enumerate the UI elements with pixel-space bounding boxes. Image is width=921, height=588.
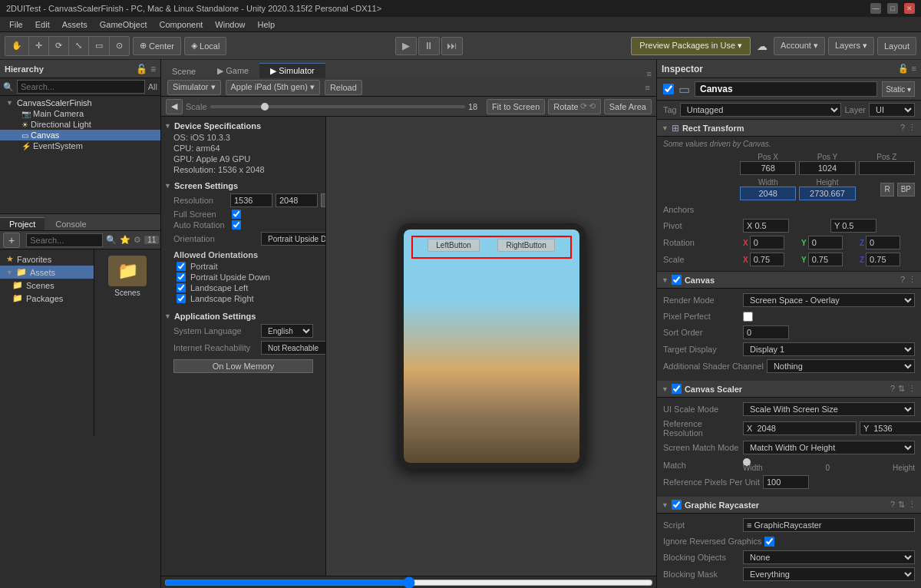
scale-x-input[interactable] <box>750 253 784 266</box>
tab-game[interactable]: ▶ Game <box>206 64 259 78</box>
hierarchy-item-dirlight[interactable]: ☀ Directional Light <box>0 119 160 130</box>
graphic-raycaster-header[interactable]: ▼ Graphic Raycaster ? ⇅ ⋮ <box>657 497 921 514</box>
tree-favorites[interactable]: ★ Favorites <box>0 253 94 266</box>
graphic-raycaster-info-icon[interactable]: ? <box>890 500 895 510</box>
close-button[interactable]: ✕ <box>904 3 915 14</box>
fullscreen-checkbox[interactable] <box>232 210 241 219</box>
screen-match-select[interactable]: Match Width Or Height <box>743 441 915 454</box>
preview-packages-button[interactable]: Preview Packages in Use ▾ <box>631 37 751 55</box>
right-button[interactable]: RightButton <box>497 239 554 252</box>
scale-z-input[interactable] <box>866 253 900 266</box>
menu-file[interactable]: File <box>3 18 29 31</box>
graphic-raycaster-enabled-check[interactable] <box>672 500 682 510</box>
scene-menu-icon[interactable]: ≡ <box>642 69 656 78</box>
rect-r-btn[interactable]: R <box>880 183 893 197</box>
canvas-scaler-reorder-icon[interactable]: ⇅ <box>898 384 905 394</box>
tool-rotate[interactable]: ⟳ <box>49 37 69 55</box>
tab-scene[interactable]: Scene <box>161 64 206 78</box>
hierarchy-lock-icon[interactable]: 🔓 <box>136 64 147 74</box>
tool-hand[interactable]: ✋ <box>5 37 29 55</box>
width-input[interactable] <box>740 187 796 200</box>
screen-settings-header[interactable]: ▼ Screen Settings <box>164 180 322 192</box>
tool-rect[interactable]: ▭ <box>89 37 110 55</box>
blocking-objects-select[interactable]: None <box>743 550 915 564</box>
scene-more-icon[interactable]: ≡ <box>645 83 650 92</box>
minimize-button[interactable]: — <box>870 3 881 14</box>
ignore-reversed-checkbox[interactable] <box>764 537 774 547</box>
scenes-folder[interactable]: 📁 Scenes <box>101 256 154 297</box>
rect-info-icon[interactable]: ? <box>900 123 905 133</box>
hierarchy-search-input[interactable] <box>17 80 145 94</box>
portrait-checkbox[interactable] <box>177 262 186 271</box>
rotate-button[interactable]: Rotate ⟳ ⟲ <box>548 99 600 114</box>
simulator-dropdown[interactable]: Simulator ▾ <box>167 80 221 95</box>
rect-settings-icon[interactable]: ⋮ <box>908 123 916 133</box>
auto-rotation-checkbox[interactable] <box>232 220 241 230</box>
tab-simulator[interactable]: ▶ Simulator <box>259 63 325 78</box>
rect-bp-btn[interactable]: BP <box>897 183 915 197</box>
graphic-raycaster-settings-icon[interactable]: ⋮ <box>908 500 916 510</box>
canvas-scaler-settings-icon[interactable]: ⋮ <box>908 384 916 394</box>
tab-console[interactable]: Console <box>46 217 95 230</box>
canvas-enabled-check[interactable] <box>672 275 682 285</box>
pos-x-input[interactable] <box>740 161 796 175</box>
ref-res-x-input[interactable] <box>743 421 857 435</box>
canvas-component-header[interactable]: ▼ Canvas ? ⋮ <box>657 272 921 289</box>
device-dropdown[interactable]: Apple iPad (5th gen) ▾ <box>226 80 320 95</box>
safe-area-button[interactable]: Safe Area <box>604 99 652 114</box>
tag-select[interactable]: Untagged <box>680 103 842 117</box>
landscape-left-checkbox[interactable] <box>177 283 186 292</box>
hierarchy-item-eventsystem[interactable]: ⚡ EventSystem <box>0 140 160 151</box>
maximize-button[interactable]: □ <box>887 3 898 14</box>
canvas-scaler-enabled-check[interactable] <box>672 384 682 394</box>
script-input[interactable] <box>743 518 915 532</box>
pos-z-input[interactable] <box>859 161 915 175</box>
pause-button[interactable]: ⏸ <box>418 37 440 55</box>
internet-reachability-select[interactable]: Not Reachable Reachable via CarrierDataN… <box>261 341 326 355</box>
menu-gameobject[interactable]: GameObject <box>94 18 154 31</box>
application-settings-header[interactable]: ▼ Application Settings <box>164 310 322 322</box>
layout-button[interactable]: Layout <box>877 37 916 55</box>
on-low-memory-button[interactable]: On Low Memory <box>173 359 313 373</box>
layers-button[interactable]: Layers ▾ <box>828 37 874 55</box>
menu-assets[interactable]: Assets <box>56 18 94 31</box>
sort-order-input[interactable] <box>743 325 789 339</box>
scale-y-input[interactable] <box>808 253 843 266</box>
rot-x-input[interactable] <box>750 236 784 249</box>
resolution-h-input[interactable] <box>276 193 318 207</box>
hierarchy-item-canvasscalerfinish[interactable]: ▼ CanvasScalerFinish <box>0 97 160 108</box>
inspector-menu-icon[interactable]: ≡ <box>912 64 916 74</box>
tree-assets[interactable]: ▼ 📁 Assets <box>0 266 94 279</box>
menu-edit[interactable]: Edit <box>29 18 56 31</box>
blocking-mask-select[interactable]: Everything <box>743 567 915 581</box>
rot-z-input[interactable] <box>866 236 900 249</box>
step-button[interactable]: ⏭ <box>441 37 463 55</box>
graphic-raycaster-reorder-icon[interactable]: ⇅ <box>898 500 905 510</box>
render-mode-select[interactable]: Screen Space - Overlay <box>743 293 915 307</box>
additional-shader-select[interactable]: Nothing <box>767 359 915 373</box>
ref-res-y-input[interactable] <box>860 421 921 435</box>
canvas-scaler-header[interactable]: ▼ Canvas Scaler ? ⇅ ⋮ <box>657 381 921 398</box>
layer-select[interactable]: UI <box>869 103 915 117</box>
pixel-perfect-checkbox[interactable] <box>743 312 753 322</box>
pivot-x-input[interactable] <box>743 219 789 233</box>
play-button[interactable]: ▶ <box>395 37 417 55</box>
tab-project[interactable]: Project <box>0 217 45 230</box>
gameobj-enabled-checkbox[interactable] <box>663 84 674 94</box>
bottom-scroll-bar[interactable] <box>164 578 653 587</box>
ui-scale-mode-select[interactable]: Scale With Screen Size <box>743 402 915 416</box>
system-language-select[interactable]: English <box>261 324 313 338</box>
account-button[interactable]: Account ▾ <box>774 37 825 55</box>
project-search-input[interactable] <box>26 233 103 247</box>
tool-move[interactable]: ✛ <box>29 37 49 55</box>
rot-y-input[interactable] <box>808 236 843 249</box>
left-button[interactable]: LeftButton <box>427 239 480 252</box>
portrait-upside-checkbox[interactable] <box>177 273 186 282</box>
rect-transform-header[interactable]: ▼ ⊞ Rect Transform ? ⋮ <box>657 120 921 137</box>
tool-transform[interactable]: ⊙ <box>110 37 129 55</box>
reload-button[interactable]: Reload <box>325 80 362 95</box>
center-button[interactable]: ⊕ Center <box>133 37 181 55</box>
canvas-settings-icon[interactable]: ⋮ <box>908 275 916 285</box>
tree-scenes[interactable]: 📁 Scenes <box>0 279 94 292</box>
gameobj-name-input[interactable] <box>695 81 877 97</box>
